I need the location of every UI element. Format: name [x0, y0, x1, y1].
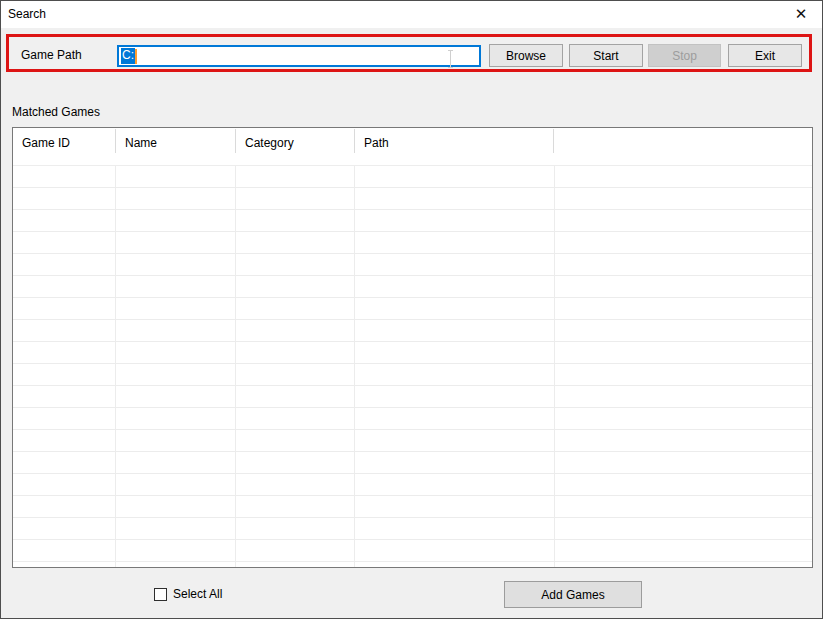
- browse-button[interactable]: Browse: [489, 44, 563, 67]
- table-header-row: Game ID Name Category Path: [13, 128, 812, 166]
- close-icon: ✕: [795, 5, 808, 23]
- exit-button[interactable]: Exit: [728, 44, 802, 67]
- matched-games-table: Game ID Name Category Path: [12, 127, 813, 568]
- column-header-category[interactable]: Category: [236, 128, 355, 165]
- titlebar: Search ✕: [1, 1, 822, 28]
- add-games-button[interactable]: Add Games: [504, 581, 642, 608]
- game-path-input[interactable]: C:: [117, 45, 481, 67]
- column-header-name[interactable]: Name: [116, 128, 236, 165]
- column-header-game-id[interactable]: Game ID: [13, 128, 116, 165]
- window-title: Search: [8, 8, 46, 21]
- matched-games-label: Matched Games: [12, 106, 100, 119]
- start-button[interactable]: Start: [569, 44, 643, 67]
- stop-button: Stop: [648, 44, 721, 67]
- table-body-empty-grid[interactable]: [13, 166, 812, 567]
- search-dialog: Search ✕ Game Path C: Browse Start Stop …: [0, 0, 823, 619]
- text-caret: [135, 49, 137, 64]
- selected-text: C:: [121, 48, 135, 64]
- select-all-label: Select All: [173, 587, 222, 601]
- column-header-path[interactable]: Path: [355, 128, 554, 165]
- select-all-checkbox[interactable]: Select All: [154, 587, 222, 601]
- close-button[interactable]: ✕: [780, 1, 822, 28]
- checkbox-unchecked-icon: [154, 588, 167, 601]
- column-header-spacer: [554, 128, 812, 165]
- game-path-label: Game Path: [21, 49, 82, 62]
